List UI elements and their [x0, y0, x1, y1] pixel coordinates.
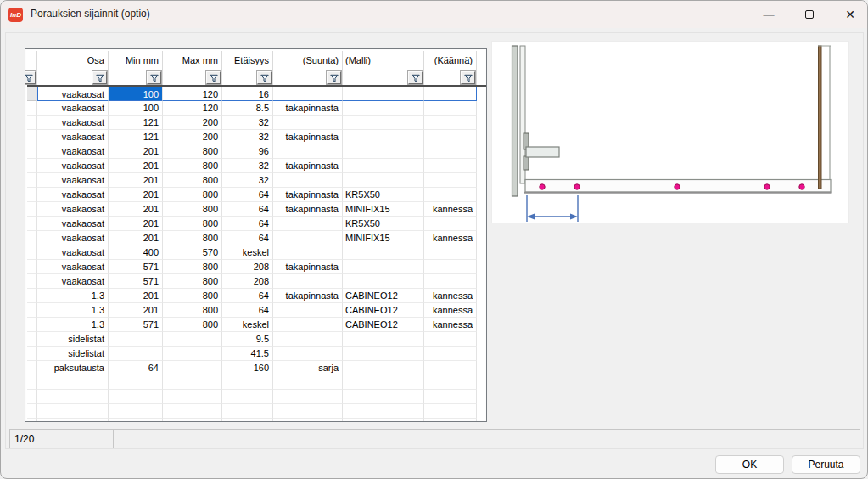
cell[interactable]	[163, 375, 222, 390]
cell[interactable]	[424, 130, 477, 144]
cell[interactable]	[343, 116, 424, 130]
row-selector-cell[interactable]	[27, 274, 37, 289]
row-selector-cell[interactable]	[27, 361, 37, 375]
cell[interactable]: takapinnasta	[273, 289, 343, 303]
cell[interactable]	[109, 419, 163, 422]
cell[interactable]: 800	[163, 173, 222, 188]
cell[interactable]	[109, 390, 163, 404]
cell[interactable]	[424, 245, 477, 260]
cell[interactable]	[424, 404, 477, 419]
cell[interactable]: 800	[163, 231, 222, 245]
cell[interactable]: 800	[163, 144, 222, 159]
row-selector-cell[interactable]	[27, 289, 37, 303]
cell[interactable]	[163, 361, 222, 375]
cell[interactable]: paksutausta	[37, 361, 109, 375]
cell[interactable]	[273, 87, 343, 101]
row-selector-cell[interactable]	[27, 130, 37, 144]
cell[interactable]: vaakaosat	[37, 245, 109, 260]
cell[interactable]: 64	[222, 289, 273, 303]
table-row[interactable]: vaakaosat571800208	[27, 274, 486, 289]
cell[interactable]: 201	[109, 217, 163, 231]
cell[interactable]: 9.5	[222, 332, 273, 347]
cell[interactable]: sarja	[273, 361, 343, 375]
cell[interactable]: takapinnasta	[273, 130, 343, 144]
cell[interactable]	[343, 87, 424, 101]
cell[interactable]	[424, 419, 477, 422]
table-row[interactable]: vaakaosat12120032	[27, 116, 486, 130]
cell[interactable]: 64	[222, 303, 273, 318]
cell[interactable]: 800	[163, 274, 222, 289]
cell[interactable]	[343, 274, 424, 289]
cell[interactable]: takapinnasta	[273, 188, 343, 202]
cell[interactable]	[273, 274, 343, 289]
cell[interactable]: 32	[222, 116, 273, 130]
cell[interactable]	[273, 375, 343, 390]
table-row[interactable]: sidelistat9.5	[27, 332, 486, 347]
cell[interactable]	[424, 347, 477, 361]
cell[interactable]: 208	[222, 274, 273, 289]
cell[interactable]: 100	[109, 87, 163, 101]
cell[interactable]	[343, 347, 424, 361]
cell[interactable]	[273, 332, 343, 347]
cell[interactable]	[424, 144, 477, 159]
cell[interactable]	[424, 361, 477, 375]
row-selector-cell[interactable]	[27, 159, 37, 173]
cell[interactable]	[343, 130, 424, 144]
cell[interactable]: keskel	[222, 318, 273, 332]
cell[interactable]	[222, 419, 273, 422]
cell[interactable]: 121	[109, 116, 163, 130]
row-selector-cell[interactable]	[27, 318, 37, 332]
cell[interactable]	[343, 144, 424, 159]
column-header[interactable]: Etäisyys	[222, 51, 273, 70]
cell[interactable]	[424, 159, 477, 173]
cell[interactable]: MINIFIX15	[343, 231, 424, 245]
row-selector-cell[interactable]	[27, 116, 37, 130]
table-row[interactable]: paksutausta64160sarja	[27, 361, 486, 375]
column-header[interactable]: (Suunta)	[273, 51, 343, 70]
filter-button[interactable]	[147, 71, 161, 84]
cell[interactable]: 32	[222, 159, 273, 173]
cell[interactable]: 64	[222, 217, 273, 231]
table-row[interactable]: 1.3571800keskelCABINEO12kannessa	[27, 318, 486, 332]
column-header[interactable]: Min mm	[109, 51, 163, 70]
cell[interactable]: MINIFIX15	[343, 202, 424, 217]
cell[interactable]	[37, 375, 109, 390]
cell[interactable]	[273, 303, 343, 318]
cell[interactable]: 32	[222, 130, 273, 144]
cell[interactable]	[109, 332, 163, 347]
row-selector-cell[interactable]	[27, 202, 37, 217]
row-selector-cell[interactable]	[27, 390, 37, 404]
column-header[interactable]: Osa	[37, 51, 109, 70]
cell[interactable]: 571	[109, 260, 163, 274]
cell[interactable]: 121	[109, 130, 163, 144]
filter-button[interactable]	[408, 71, 423, 84]
cell[interactable]: kannessa	[424, 318, 477, 332]
cell[interactable]	[273, 245, 343, 260]
column-header[interactable]: (Malli)	[343, 51, 424, 70]
cell[interactable]: 570	[163, 245, 222, 260]
cell[interactable]: vaakaosat	[37, 173, 109, 188]
row-selector-cell[interactable]	[27, 332, 37, 347]
table-row[interactable]	[27, 375, 486, 390]
cell[interactable]: vaakaosat	[37, 217, 109, 231]
cell[interactable]: 100	[109, 101, 163, 116]
cell[interactable]	[424, 173, 477, 188]
cell[interactable]: kannessa	[424, 303, 477, 318]
row-selector-cell[interactable]	[27, 231, 37, 245]
cell[interactable]	[273, 390, 343, 404]
cell[interactable]: 64	[222, 231, 273, 245]
cell[interactable]: takapinnasta	[273, 101, 343, 116]
cell[interactable]	[343, 332, 424, 347]
cell[interactable]	[37, 419, 109, 422]
cell[interactable]: 201	[109, 188, 163, 202]
cell[interactable]: CABINEO12	[343, 303, 424, 318]
filter-button[interactable]	[92, 71, 107, 84]
maximize-button[interactable]	[790, 1, 829, 28]
table-row[interactable]: vaakaosat20180032	[27, 173, 486, 188]
cell[interactable]: keskel	[222, 245, 273, 260]
cell[interactable]: KR5X50	[343, 188, 424, 202]
row-selector-cell[interactable]	[27, 101, 37, 116]
cell[interactable]: kannessa	[424, 289, 477, 303]
cell[interactable]	[273, 144, 343, 159]
cell[interactable]: sidelistat	[37, 347, 109, 361]
